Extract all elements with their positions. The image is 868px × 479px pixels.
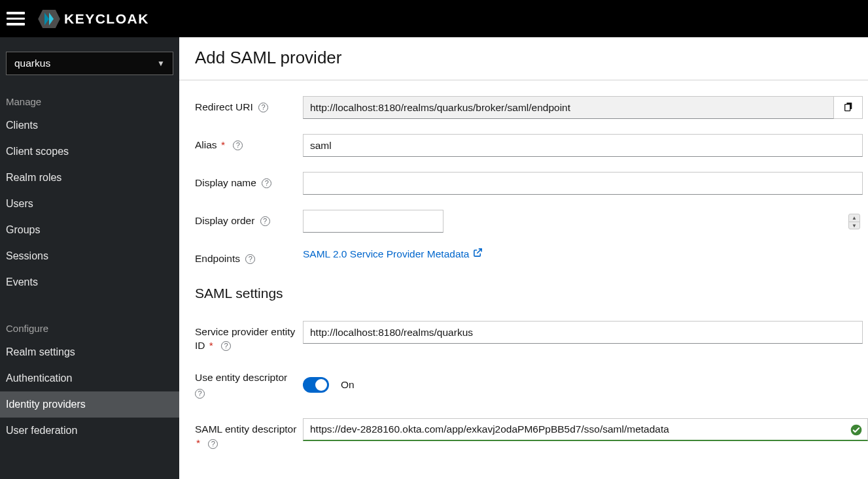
- saml-entity-descriptor-input[interactable]: [303, 418, 868, 441]
- row-use-entity-descriptor: Use entity descriptor ? On: [195, 371, 863, 399]
- label-sp-entity-id: Service provider entity ID * ?: [195, 321, 303, 353]
- help-icon[interactable]: ?: [258, 103, 268, 112]
- row-redirect-uri: Redirect URI ?: [195, 96, 863, 120]
- sidebar-item-users[interactable]: Users: [0, 191, 179, 217]
- label-alias: Alias * ?: [195, 134, 303, 152]
- row-alias: Alias * ?: [195, 134, 863, 157]
- sp-entity-id-input[interactable]: [303, 321, 863, 344]
- realm-selector[interactable]: quarkus ▼: [6, 52, 173, 75]
- help-icon[interactable]: ?: [262, 178, 271, 188]
- alias-input[interactable]: [303, 134, 863, 157]
- row-display-name: Display name ?: [195, 172, 863, 195]
- label-redirect-uri: Redirect URI ?: [195, 96, 303, 114]
- sidebar-item-groups[interactable]: Groups: [0, 217, 179, 243]
- stepper-buttons[interactable]: ▲ ▼: [848, 214, 860, 229]
- label-display-name: Display name ?: [195, 172, 303, 190]
- keycloak-logo-icon: [38, 10, 60, 28]
- content: Add SAML provider Redirect URI ?: [179, 37, 868, 479]
- brand-name: KEYCLOAK: [64, 11, 149, 27]
- sidebar-section-configure: Configure: [0, 308, 179, 339]
- row-endpoints: Endpoints ? SAML 2.0 Service Provider Me…: [195, 248, 863, 271]
- sidebar-item-events[interactable]: Events: [0, 269, 179, 295]
- help-icon[interactable]: ?: [233, 140, 243, 150]
- page-title: Add SAML provider: [179, 37, 868, 80]
- sidebar-item-clients[interactable]: Clients: [0, 112, 179, 139]
- sidebar-item-user-federation[interactable]: User federation: [0, 418, 179, 444]
- brand-logo[interactable]: KEYCLOAK: [38, 10, 149, 28]
- label-saml-entity-descriptor: SAML entity descriptor * ?: [195, 418, 303, 450]
- copy-redirect-uri-button[interactable]: [834, 96, 863, 119]
- chevron-down-icon: ▼: [849, 222, 859, 229]
- saml-metadata-link[interactable]: SAML 2.0 Service Provider Metadata: [303, 248, 483, 260]
- row-display-order: Display order ? ▲ ▼: [195, 210, 863, 233]
- use-entity-descriptor-toggle[interactable]: [303, 377, 329, 393]
- sidebar-item-authentication[interactable]: Authentication: [0, 365, 179, 391]
- sidebar-section-manage: Manage: [0, 82, 179, 112]
- redirect-uri-input[interactable]: [303, 96, 834, 119]
- svg-rect-4: [844, 104, 850, 110]
- topbar: KEYCLOAK: [0, 0, 868, 37]
- chevron-up-icon: ▲: [849, 214, 859, 222]
- sidebar-item-identity-providers[interactable]: Identity providers: [0, 391, 179, 418]
- row-sp-entity-id: Service provider entity ID * ?: [195, 321, 863, 353]
- chevron-down-icon: ▼: [157, 59, 165, 68]
- display-order-input[interactable]: [303, 210, 443, 233]
- menu-toggle-button[interactable]: [7, 10, 25, 28]
- row-saml-entity-descriptor: SAML entity descriptor * ?: [195, 418, 863, 450]
- sidebar-item-client-scopes[interactable]: Client scopes: [0, 139, 179, 165]
- sidebar: quarkus ▼ Manage Clients Client scopes R…: [0, 37, 179, 479]
- help-icon[interactable]: ?: [208, 439, 218, 449]
- help-icon[interactable]: ?: [260, 216, 270, 226]
- sidebar-item-realm-settings[interactable]: Realm settings: [0, 339, 179, 365]
- copy-icon: [843, 101, 854, 114]
- form-area: Redirect URI ? Ali: [179, 80, 868, 469]
- label-use-entity-descriptor: Use entity descriptor ?: [195, 371, 303, 399]
- display-name-input[interactable]: [303, 172, 863, 195]
- label-display-order: Display order ?: [195, 210, 303, 228]
- external-link-icon: [473, 248, 483, 260]
- sidebar-item-sessions[interactable]: Sessions: [0, 243, 179, 269]
- help-icon[interactable]: ?: [245, 254, 255, 264]
- sidebar-item-realm-roles[interactable]: Realm roles: [0, 165, 179, 191]
- help-icon[interactable]: ?: [221, 341, 231, 351]
- label-endpoints: Endpoints ?: [195, 248, 303, 266]
- toggle-state-label: On: [341, 379, 355, 391]
- help-icon[interactable]: ?: [195, 389, 205, 399]
- section-saml-settings: SAML settings: [195, 286, 863, 301]
- realm-selector-value: quarkus: [14, 58, 50, 69]
